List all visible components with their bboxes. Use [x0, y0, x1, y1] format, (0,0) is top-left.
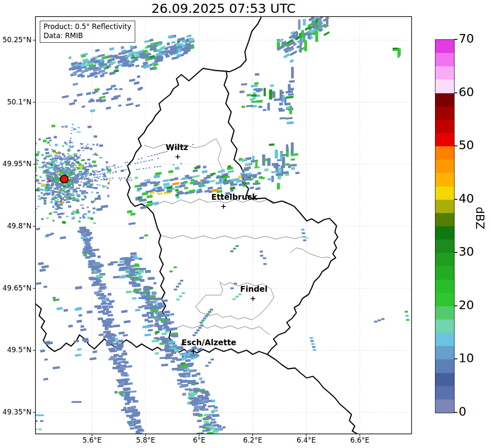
colorbar-tick: [454, 305, 457, 306]
x-tick-label: 5.8°E: [125, 436, 166, 444]
colorbar-tick: [454, 39, 457, 40]
y-tick-label: 50.25°N: [0, 36, 32, 44]
colorbar-level: [435, 213, 454, 226]
radar-map-plot: WiltzEttelbruckFindelEsch/Alzette: [0, 0, 491, 448]
colorbar-tick: [454, 92, 457, 93]
colorbar-level: [435, 200, 454, 213]
colorbar-level: [435, 66, 454, 80]
colorbar-level: [435, 133, 454, 146]
district-borders: [138, 139, 331, 335]
colorbar-level: [435, 373, 454, 386]
colorbar-level: [435, 346, 454, 359]
colorbar-level: [435, 226, 454, 240]
colorbar-tick-label: 60: [459, 85, 474, 99]
colorbar-level: [435, 186, 454, 200]
radar-echoes: [0, 4, 409, 438]
colorbar-level: [435, 120, 454, 133]
radar-figure: { "figure": { "title": "26.09.2025 07:53…: [0, 0, 491, 448]
y-tick-label: 49.95°N: [0, 160, 32, 168]
colorbar-level: [435, 40, 454, 53]
colorbar-tick: [454, 252, 457, 253]
city-label: Findel: [240, 284, 267, 293]
colorbar-tick-label: 40: [459, 191, 474, 206]
colorbar-level: [435, 293, 454, 306]
colorbar-tick-label: 0: [459, 404, 466, 419]
colorbar-level: [435, 146, 454, 160]
grid-lines: [36, 17, 412, 434]
colorbar-tick-label: 50: [459, 138, 474, 152]
colorbar-tick-label: 10: [459, 351, 474, 365]
colorbar-tick: [454, 145, 457, 146]
x-tick-label: 5.6°E: [71, 436, 113, 444]
colorbar-level: [435, 253, 454, 266]
city-marker-icon: [221, 204, 226, 209]
colorbar-level: [435, 240, 454, 253]
colorbar-tick-label: 70: [459, 31, 474, 46]
colorbar-title: dBZ: [474, 207, 486, 229]
colorbar-tick-label: 20: [459, 298, 474, 312]
colorbar-level: [435, 107, 454, 120]
x-tick-label: 6.2°E: [232, 436, 273, 444]
colorbar-level: [435, 306, 454, 320]
colorbar-level: [435, 320, 454, 333]
city-marker-icon: [250, 296, 255, 301]
colorbar-tick: [454, 358, 457, 359]
colorbar-level: [435, 93, 454, 107]
y-tick-label: 49.35°N: [0, 408, 32, 416]
colorbar-tick: [454, 199, 457, 200]
colorbar-level: [435, 173, 454, 186]
product-line: Product: 0.5° Reflectivity: [44, 22, 131, 31]
plot-area: WiltzEttelbruckFindelEsch/Alzette: [0, 4, 411, 438]
city-marker-icon: [175, 155, 180, 159]
x-tick-label: 6.4°E: [285, 436, 327, 444]
product-annotation-box: Product: 0.5° Reflectivity Data: RMIB: [40, 21, 135, 43]
y-tick-label: 49.5°N: [0, 346, 32, 354]
colorbar-tick: [454, 412, 457, 413]
colorbar-tick-label: 30: [459, 245, 474, 259]
city-label: Wiltz: [165, 143, 188, 152]
colorbar-level: [435, 266, 454, 279]
colorbar: [435, 39, 455, 413]
x-tick-label: 6.6°E: [339, 436, 381, 444]
y-tick-label: 49.8°N: [0, 222, 32, 230]
city-label: Ettelbruck: [211, 192, 257, 201]
radar-site-dot: [60, 175, 68, 183]
colorbar-level: [435, 80, 454, 93]
y-tick-label: 49.65°N: [0, 284, 32, 292]
colorbar-level: [435, 386, 454, 400]
colorbar-level: [435, 400, 454, 413]
colorbar-level: [435, 280, 454, 293]
data-source-line: Data: RMIB: [44, 31, 131, 40]
colorbar-level: [435, 160, 454, 173]
city-label: Esch/Alzette: [182, 338, 236, 347]
y-tick-label: 50.1°N: [0, 98, 32, 106]
colorbar-level: [435, 53, 454, 66]
colorbar-level: [435, 333, 454, 346]
colorbar-level: [435, 359, 454, 373]
x-tick-label: 6°E: [178, 436, 220, 444]
